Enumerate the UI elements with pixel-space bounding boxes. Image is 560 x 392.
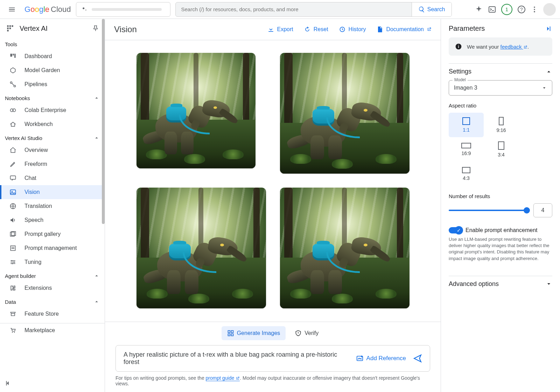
pencil-icon [9, 161, 17, 168]
sidebar-item-pipelines[interactable]: Pipelines [0, 77, 105, 91]
prompt-box[interactable]: A hyper realistic picture of a t-rex wit… [115, 345, 430, 372]
settings-header[interactable]: Settings [449, 63, 552, 75]
chevron-up-icon [545, 68, 552, 75]
sidebar-item-translation[interactable]: Translation [0, 199, 105, 213]
free-trial-badge[interactable]: 1 [501, 4, 512, 15]
prompt-tip: For tips on writing good prompts, see th… [115, 375, 430, 386]
model-garden-icon [9, 67, 17, 74]
speaker-icon [9, 217, 17, 224]
chat-icon [9, 175, 17, 182]
sidebar-item-dashboard[interactable]: Dashboard [0, 49, 105, 63]
gallery-icon [9, 231, 17, 238]
hamburger-menu[interactable] [4, 2, 20, 17]
search-button[interactable]: Search [412, 2, 451, 16]
generated-image-3[interactable] [136, 188, 266, 308]
ratio-1-1[interactable]: 1:1 [449, 113, 484, 137]
enhance-description: Use an LLM-based prompt rewriting featur… [449, 236, 552, 262]
slider-thumb[interactable] [524, 207, 530, 214]
sidebar-item-speech[interactable]: Speech [0, 213, 105, 227]
gemini-icon[interactable] [475, 5, 483, 14]
puzzle-icon [9, 285, 17, 292]
sidebar-item-tuning[interactable]: Tuning [0, 255, 105, 269]
svg-point-6 [534, 9, 535, 10]
svg-rect-15 [10, 176, 16, 179]
cart-icon [9, 327, 17, 334]
ratio-4-3[interactable]: 4:3 [449, 162, 484, 186]
add-reference-button[interactable]: Add Reference [356, 355, 406, 362]
advanced-header[interactable]: Advanced options [449, 276, 552, 288]
generated-image-4[interactable] [280, 188, 410, 308]
results-value[interactable]: 4 [533, 203, 552, 217]
history-button[interactable]: History [339, 26, 366, 33]
svg-rect-29 [231, 331, 233, 333]
chevron-down-icon [545, 280, 552, 287]
home-icon [9, 147, 17, 154]
global-search-input[interactable] [176, 6, 412, 12]
more-icon[interactable] [531, 6, 538, 13]
generated-image-1[interactable] [136, 53, 255, 168]
sidebar-item-prompt-gallery[interactable]: Prompt gallery [0, 227, 105, 241]
help-icon[interactable]: ? [517, 5, 526, 14]
prompt-text[interactable]: A hyper realistic picture of a t-rex wit… [124, 351, 349, 366]
section-studio[interactable]: Vertex AI Studio [0, 131, 105, 143]
sidebar-item-marketplace[interactable]: Marketplace [0, 323, 105, 337]
center-toolbar: Vision Export Reset History Documentatio… [105, 19, 441, 40]
tab-verify[interactable]: Verify [289, 326, 324, 340]
center-panel: Vision Export Reset History Documentatio… [105, 19, 441, 392]
feedback-link[interactable]: feedback [500, 44, 527, 50]
reset-button[interactable]: Reset [304, 26, 328, 33]
generated-image-2[interactable] [280, 53, 410, 174]
svg-point-25 [12, 332, 13, 333]
svg-point-5 [534, 6, 535, 8]
collapse-sidebar-icon[interactable] [4, 379, 12, 387]
account-avatar[interactable] [543, 3, 556, 16]
chevron-up-icon [93, 299, 100, 305]
results-slider[interactable] [449, 210, 527, 211]
sidebar-item-feature-store[interactable]: Feature Store [0, 307, 105, 321]
ratio-9-16[interactable]: 9:16 [484, 113, 519, 137]
chevron-up-icon [93, 95, 100, 101]
prompt-guide-link[interactable]: prompt guide [206, 375, 240, 381]
send-button[interactable] [413, 354, 422, 363]
sidebar-item-vision[interactable]: Vision [0, 185, 105, 199]
global-search[interactable]: Search [175, 2, 452, 17]
sidebar-item-colab[interactable]: Colab Enterprise [0, 103, 105, 117]
collapse-panel-icon[interactable] [545, 25, 552, 33]
documentation-button[interactable]: Documentation [376, 26, 432, 33]
google-cloud-logo[interactable]: Google Cloud [24, 5, 71, 14]
tab-generate[interactable]: Generate Images [222, 326, 286, 340]
sidebar-item-freeform[interactable]: Freeform [0, 157, 105, 171]
section-notebooks[interactable]: Notebooks [0, 91, 105, 103]
svg-rect-36 [458, 45, 459, 46]
scrollbar[interactable] [102, 19, 105, 224]
ratio-16-9[interactable]: 16:9 [449, 137, 484, 162]
image-gallery [105, 40, 441, 322]
sidebar-item-extensions[interactable]: Extensions [0, 281, 105, 295]
sidebar-item-prompt-mgmt[interactable]: Prompt management [0, 241, 105, 255]
export-button[interactable]: Export [267, 26, 293, 33]
model-select[interactable]: Model Imagen 3 [449, 80, 552, 96]
vertex-ai-icon [6, 24, 15, 33]
colab-icon [9, 107, 17, 114]
topbar-actions: 1 ? [475, 3, 556, 16]
project-selector[interactable] [76, 2, 170, 17]
pin-icon[interactable] [92, 25, 99, 32]
svg-point-7 [534, 11, 535, 12]
cloud-shell-icon[interactable] [488, 5, 496, 14]
list-icon [9, 245, 17, 252]
sidebar-item-model-garden[interactable]: Model Garden [0, 63, 105, 77]
ratio-3-4[interactable]: 3:4 [484, 137, 519, 162]
svg-rect-2 [489, 7, 495, 12]
section-agent[interactable]: Agent builder [0, 269, 105, 281]
sidebar-item-workbench[interactable]: Workbench [0, 117, 105, 131]
section-data[interactable]: Data [0, 295, 105, 307]
sidebar-item-chat[interactable]: Chat [0, 171, 105, 185]
feedback-banner: We want your feedback . [449, 37, 552, 56]
parameters-title: Parameters [449, 24, 485, 33]
workbench-icon [9, 121, 17, 128]
pipelines-icon [9, 81, 17, 88]
chevron-down-icon [541, 85, 547, 91]
sidebar-item-overview[interactable]: Overview [0, 143, 105, 157]
enhance-toggle[interactable]: ✓ [449, 227, 462, 233]
svg-point-1 [85, 9, 86, 10]
